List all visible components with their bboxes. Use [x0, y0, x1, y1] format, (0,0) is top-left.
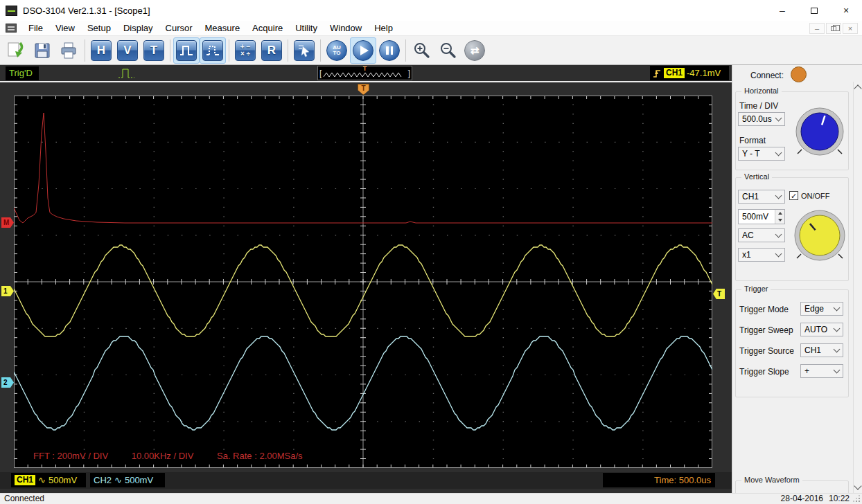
trigger-status: Trig'D — [6, 66, 39, 80]
menu-item-display[interactable]: Display — [117, 21, 159, 36]
fft-position-marker[interactable]: M — [1, 217, 14, 228]
zoom-out-button[interactable] — [435, 37, 461, 64]
ch1-chip: CH1 — [15, 475, 35, 485]
r-icon: R — [261, 40, 282, 61]
status-bar: Connected 28-04-2016 10:22 — [0, 493, 862, 504]
waveform-position-preview[interactable]: [ ] T — [317, 66, 412, 80]
menu-item-view[interactable]: View — [49, 21, 81, 36]
menu-item-utility[interactable]: Utility — [289, 21, 324, 36]
horizontal-knob[interactable] — [789, 101, 850, 162]
pause-button[interactable] — [376, 37, 403, 64]
channel-value: CH1 — [742, 192, 759, 201]
trigger-source-label: Trigger Source — [739, 346, 794, 356]
channel-onoff-checkbox[interactable]: ✓ ON/OFF — [789, 191, 830, 200]
coupling-select[interactable]: AC — [738, 228, 785, 242]
resize-grip[interactable] — [859, 501, 860, 502]
run-button[interactable] — [350, 37, 376, 64]
zoom-out-icon — [439, 42, 457, 60]
zoom-in-icon — [413, 42, 431, 60]
pulse-dashed-button[interactable] — [200, 37, 226, 64]
control-panel: Connect: Horizontal Time / DIV 500.0us F… — [732, 65, 854, 493]
fft-sample-rate: Sa. Rate : 2.00MSa/s — [217, 451, 303, 461]
scope-display-panel: Trig'D [ ] T CH1 -47.1mV T M 1 2 T — [0, 65, 732, 493]
ch2-position-marker[interactable]: 2 — [1, 377, 14, 388]
scroll-up-icon[interactable] — [854, 84, 861, 92]
chevron-down-icon — [775, 192, 782, 199]
channel-select[interactable]: CH1 — [738, 190, 785, 204]
maximize-button[interactable] — [798, 0, 830, 21]
toolbar-separator — [288, 39, 288, 62]
trigger-source-chip: CH1 — [664, 68, 685, 78]
cursor-button[interactable] — [291, 37, 317, 64]
graticule — [14, 96, 712, 468]
scroll-down-icon[interactable] — [854, 482, 861, 489]
trigger-mode-value: Edge — [804, 304, 824, 314]
save-icon — [33, 42, 51, 60]
math-button[interactable]: + −× ÷ — [232, 37, 258, 64]
ch1-readout[interactable]: CH1 ∿ 500mV — [11, 473, 86, 487]
mdi-close-button[interactable]: × — [843, 23, 858, 34]
menu-item-measure[interactable]: Measure — [199, 21, 247, 36]
chevron-down-icon — [775, 231, 782, 237]
trigger-mode-label: Trigger Mode — [739, 305, 789, 314]
print-button[interactable] — [55, 37, 82, 64]
panel-scrollbar[interactable] — [853, 82, 862, 493]
menu-item-setup[interactable]: Setup — [81, 21, 117, 36]
ch1-position-marker[interactable]: 1 — [1, 286, 14, 296]
open-file-button[interactable] — [3, 37, 29, 64]
toolbar-separator — [170, 39, 170, 62]
spinner-up-button[interactable] — [775, 210, 784, 217]
vertical-knob[interactable] — [788, 204, 852, 267]
minimize-button[interactable]: – — [766, 0, 798, 21]
trigger-level-marker[interactable]: T — [713, 289, 725, 299]
ch2-scale: 500mV — [125, 475, 153, 485]
mdi-minimize-button[interactable]: – — [809, 23, 825, 34]
window-title: DSO-3104 Ver2.1.31 - [Scope1] — [23, 6, 150, 16]
menu-item-window[interactable]: Window — [324, 21, 368, 36]
menu-item-acquire[interactable]: Acquire — [246, 21, 289, 36]
trigger-slope-label: Trigger Slope — [739, 367, 789, 377]
vertical-settings-button[interactable]: V — [114, 37, 141, 64]
menu-item-cursor[interactable]: Cursor — [159, 21, 199, 36]
pulse-indicator-icon — [118, 67, 139, 80]
zoom-in-button[interactable] — [409, 37, 435, 64]
coupling-value: AC — [742, 231, 754, 240]
ch2-readout[interactable]: CH2 ∿ 500mV — [90, 473, 165, 487]
trigger-source-value: CH1 — [804, 345, 821, 355]
trigger-source-select[interactable]: CH1 — [800, 343, 843, 357]
trigger-position-marker[interactable]: T — [358, 84, 369, 95]
format-select[interactable]: Y - T — [738, 147, 785, 161]
auto-icon: AUTO — [326, 40, 347, 61]
ch1-coupling: ∿ — [38, 475, 46, 485]
close-button[interactable]: × — [830, 0, 862, 21]
pulse-button[interactable] — [173, 37, 200, 64]
spinner-down-button[interactable] — [775, 217, 784, 224]
menu-item-file[interactable]: File — [22, 21, 49, 36]
menu-item-help[interactable]: Help — [368, 21, 399, 36]
trigger-mode-select[interactable]: Edge — [800, 302, 843, 316]
connect-status-light — [791, 66, 807, 82]
auto-setup-button[interactable]: AUTO — [324, 37, 350, 64]
trigger-level-value: -47.1mV — [687, 68, 721, 78]
horizontal-settings-button[interactable]: H — [88, 37, 114, 64]
save-button[interactable] — [29, 37, 55, 64]
pulse-icon — [176, 40, 197, 61]
scope-bottom-bar: CH1 ∿ 500mV CH2 ∿ 500mV Time: 500.0us — [0, 472, 732, 489]
ch2-coupling: ∿ — [114, 475, 122, 485]
chevron-down-icon — [775, 114, 782, 121]
trigger-sweep-label: Trigger Sweep — [739, 325, 793, 335]
trigger-sweep-select[interactable]: AUTO — [800, 323, 843, 336]
chevron-down-icon — [834, 366, 841, 373]
trigger-settings-button[interactable]: T — [141, 37, 167, 64]
fft-scale: FFT : 200mV / DIV — [33, 451, 108, 461]
trigger-slope-select[interactable]: + — [800, 364, 843, 378]
t-icon: T — [143, 40, 164, 61]
connect-label: Connect: — [750, 71, 784, 80]
app-icon — [6, 6, 17, 16]
reference-button[interactable]: R — [258, 37, 285, 64]
mdi-restore-button[interactable] — [826, 23, 841, 34]
scale-spinner[interactable]: 500mV — [738, 209, 785, 224]
refresh-button[interactable]: ⇄ — [461, 37, 488, 64]
time-div-select[interactable]: 500.0us — [738, 112, 785, 126]
probe-select[interactable]: x1 — [738, 248, 785, 262]
